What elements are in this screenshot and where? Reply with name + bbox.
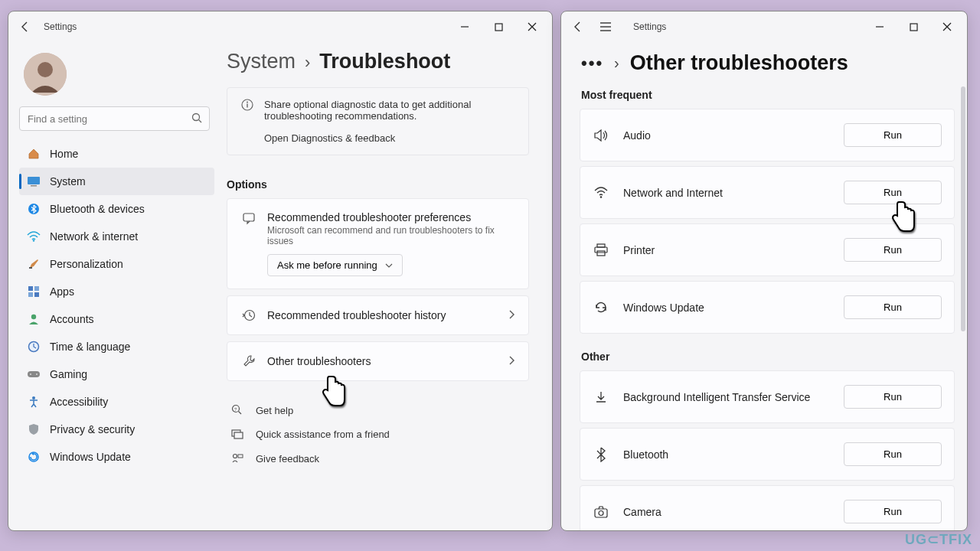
nav-gaming[interactable]: Gaming bbox=[19, 360, 214, 388]
pref-card: Recommended troubleshooter preferences M… bbox=[227, 198, 529, 289]
quick-assist-link[interactable]: Quick assistance from a friend bbox=[227, 422, 529, 446]
nav-bluetooth[interactable]: Bluetooth & devices bbox=[19, 195, 214, 223]
run-button[interactable]: Run bbox=[844, 385, 942, 409]
nav-label: Accessibility bbox=[50, 396, 108, 408]
nav-label: System bbox=[50, 175, 86, 187]
minimize-button[interactable] bbox=[448, 15, 482, 39]
svg-rect-11 bbox=[28, 286, 33, 291]
nav-accessibility[interactable]: Accessibility bbox=[19, 388, 214, 416]
diagnostics-link[interactable]: Open Diagnostics & feedback bbox=[264, 132, 514, 144]
svg-rect-10 bbox=[29, 267, 32, 269]
breadcrumb-separator: › bbox=[614, 54, 619, 72]
search-icon bbox=[191, 112, 202, 126]
troubleshooter-printer: Printer Run bbox=[580, 223, 955, 276]
svg-line-5 bbox=[199, 120, 202, 123]
assist-label: Quick assistance from a friend bbox=[256, 429, 390, 440]
nav-update[interactable]: Windows Update bbox=[19, 443, 214, 471]
troubleshooter-audio: Audio Run bbox=[580, 109, 955, 161]
titlebar: Settings bbox=[561, 11, 967, 42]
page-title: Other troubleshooters bbox=[630, 51, 848, 75]
wifi-icon bbox=[27, 230, 41, 243]
troubleshooter-winupdate: Windows Update Run bbox=[580, 281, 955, 334]
breadcrumb: System › Troubleshoot bbox=[227, 50, 529, 73]
breadcrumb-overflow[interactable]: ••• bbox=[581, 54, 603, 73]
chevron-down-icon bbox=[385, 263, 393, 268]
pref-row: Recommended troubleshooter preferences M… bbox=[227, 199, 528, 289]
nav-label: Bluetooth & devices bbox=[50, 203, 145, 215]
nav-privacy[interactable]: Privacy & security bbox=[19, 416, 214, 443]
svg-rect-1 bbox=[495, 24, 502, 31]
chevron-right-icon bbox=[508, 354, 514, 368]
svg-rect-25 bbox=[243, 214, 254, 221]
nav-label: Network & internet bbox=[50, 230, 138, 243]
nav-network[interactable]: Network & internet bbox=[19, 223, 214, 250]
nav-personalization[interactable]: Personalization bbox=[19, 250, 214, 278]
bluetooth-icon bbox=[27, 202, 41, 216]
settings-window-left: Settings Home System Bluetooth & devices… bbox=[8, 11, 553, 531]
svg-point-18 bbox=[30, 373, 31, 375]
nav-apps[interactable]: Apps bbox=[19, 278, 214, 305]
history-title: Recommended troubleshooter history bbox=[267, 309, 446, 321]
troubleshooter-label: Printer bbox=[623, 244, 830, 256]
svg-rect-17 bbox=[28, 371, 40, 377]
svg-rect-6 bbox=[28, 177, 40, 184]
printer-icon bbox=[593, 243, 609, 257]
close-button[interactable] bbox=[930, 15, 964, 39]
nav-system[interactable]: System bbox=[19, 168, 214, 195]
update-icon bbox=[27, 450, 41, 464]
system-icon bbox=[27, 174, 41, 188]
nav-label: Gaming bbox=[50, 368, 87, 380]
nav-accounts[interactable]: Accounts bbox=[19, 305, 214, 333]
nav-time[interactable]: Time & language bbox=[19, 333, 214, 360]
svg-point-39 bbox=[600, 196, 603, 198]
watermark: UG⊂TFIX bbox=[905, 531, 972, 548]
chevron-right-icon bbox=[508, 308, 514, 322]
user-avatar[interactable] bbox=[24, 53, 67, 96]
update-icon bbox=[593, 300, 609, 315]
run-button[interactable]: Run bbox=[844, 295, 942, 319]
gamepad-icon bbox=[27, 367, 41, 381]
history-icon bbox=[241, 308, 256, 322]
troubleshooter-camera: Camera Run bbox=[580, 485, 955, 530]
feedback-label: Give feedback bbox=[256, 453, 319, 465]
run-button[interactable]: Run bbox=[844, 500, 942, 523]
troubleshooter-label: Network and Internet bbox=[623, 187, 830, 199]
pref-dropdown[interactable]: Ask me before running bbox=[267, 254, 403, 276]
back-button[interactable] bbox=[11, 13, 39, 41]
svg-rect-12 bbox=[34, 286, 39, 291]
section-most-frequent: Most frequent bbox=[581, 89, 955, 101]
search-box[interactable] bbox=[19, 106, 210, 131]
history-card[interactable]: Recommended troubleshooter history bbox=[227, 295, 529, 335]
feedback-link[interactable]: Give feedback bbox=[227, 446, 529, 471]
svg-rect-42 bbox=[597, 251, 605, 256]
other-troubleshooters-card[interactable]: Other troubleshooters bbox=[227, 341, 529, 381]
run-button[interactable]: Run bbox=[844, 442, 942, 466]
breadcrumb-parent[interactable]: System bbox=[227, 50, 296, 73]
svg-point-32 bbox=[234, 455, 237, 458]
svg-rect-14 bbox=[34, 292, 39, 297]
run-button[interactable]: Run bbox=[844, 238, 942, 262]
troubleshooter-label: Camera bbox=[623, 506, 830, 518]
pref-sub: Microsoft can recommend and run troubles… bbox=[267, 225, 514, 246]
scrollbar-thumb[interactable] bbox=[961, 86, 965, 331]
troubleshooter-label: Background Intelligent Transfer Service bbox=[623, 391, 830, 403]
svg-rect-13 bbox=[28, 292, 33, 297]
maximize-button[interactable] bbox=[482, 15, 515, 39]
menu-button[interactable] bbox=[592, 13, 619, 41]
apps-icon bbox=[27, 285, 41, 298]
close-button[interactable] bbox=[515, 15, 549, 39]
nav-label: Home bbox=[50, 148, 78, 160]
svg-point-44 bbox=[599, 510, 603, 515]
nav-label: Accounts bbox=[50, 313, 94, 325]
minimize-button[interactable] bbox=[863, 15, 897, 39]
breadcrumb-current: Troubleshoot bbox=[319, 50, 450, 73]
nav-home[interactable]: Home bbox=[19, 140, 214, 168]
search-input[interactable] bbox=[19, 106, 210, 131]
back-button[interactable] bbox=[564, 13, 592, 41]
sidebar: Home System Bluetooth & devices Network … bbox=[8, 42, 219, 530]
get-help-link[interactable]: ?Get help bbox=[227, 398, 529, 422]
run-button[interactable]: Run bbox=[844, 123, 942, 147]
settings-window-right: Settings ••• › Other troubleshooters Mos… bbox=[560, 11, 968, 531]
maximize-button[interactable] bbox=[897, 15, 930, 39]
run-button[interactable]: Run bbox=[844, 181, 942, 204]
